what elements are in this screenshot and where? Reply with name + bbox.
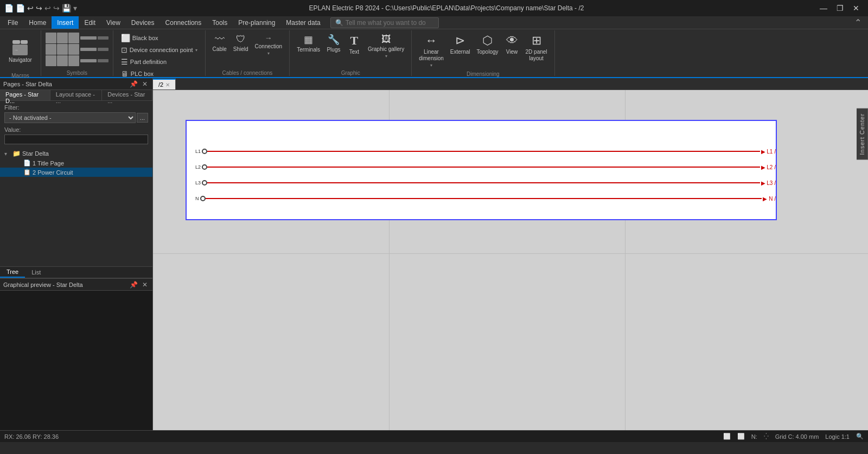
- topology-button[interactable]: ⬡ Topology: [474, 33, 501, 56]
- window-controls[interactable]: — ❐ ✕: [816, 2, 864, 14]
- search-icon: 🔍: [335, 19, 343, 27]
- ribbon-content: → Navigator Macros: [0, 29, 868, 77]
- doc-tab-2[interactable]: /2 ✕: [153, 79, 176, 89]
- preview-content: [0, 291, 152, 430]
- pages-panel-header: Pages - Star Delta 📌 ✕: [0, 78, 152, 90]
- menu-view[interactable]: View: [101, 16, 126, 29]
- navigator-button[interactable]: → Navigator: [4, 33, 36, 71]
- menu-devices[interactable]: Devices: [126, 16, 160, 29]
- status-right: ⬜ ⬜ N: ⁛ Grid C: 4.00 mm Logic 1:1 🔍: [723, 433, 864, 440]
- ribbon: → Navigator Macros: [0, 29, 868, 78]
- value-label: Value:: [4, 126, 148, 133]
- menu-connections[interactable]: Connections: [160, 16, 207, 29]
- menu-preplanning[interactable]: Pre-planning: [233, 16, 280, 29]
- bottom-tab-tree[interactable]: Tree: [0, 267, 25, 278]
- connection-dropdown[interactable]: ▾: [267, 51, 270, 56]
- graphic-gallery-label: Graphic gallery: [368, 46, 404, 53]
- graphic-buttons: ▦ Terminals 🔧 Plugs T Text 🖼 Graphic gal…: [294, 30, 407, 69]
- menu-home[interactable]: Home: [23, 16, 52, 29]
- pages-panel-title: Pages - Star Delta: [3, 81, 52, 87]
- value-input[interactable]: [4, 135, 148, 144]
- part-definition-button[interactable]: ☰ Part definition: [118, 56, 170, 67]
- tree-area: ▾ 📁 Star Delta 📄 1 Title Page 📋 2 Power …: [0, 146, 152, 266]
- menu-tools[interactable]: Tools: [207, 16, 233, 29]
- topology-label: Topology: [477, 49, 499, 55]
- n-end-label: ▶ N /: [763, 196, 776, 202]
- ribbon-collapse-button[interactable]: ⌃: [850, 17, 866, 28]
- status-logic: Logic 1:1: [825, 433, 850, 440]
- doc-tab-label: /2: [158, 81, 163, 88]
- terminals-button[interactable]: ▦ Terminals: [294, 33, 323, 54]
- shield-label: Shield: [233, 46, 248, 53]
- connection-button[interactable]: → Connection ▾: [252, 33, 285, 57]
- ribbon-group-label-dimensioning: Dimensioning: [416, 70, 550, 77]
- black-box-icon: ⬜: [121, 34, 130, 42]
- menu-file[interactable]: File: [2, 16, 23, 29]
- l1-line: [207, 151, 760, 152]
- status-n: N:: [751, 433, 757, 440]
- insert-center-button[interactable]: Insert Center: [857, 108, 868, 160]
- graphic-gallery-button[interactable]: 🖼 Graphic gallery ▾: [365, 33, 407, 60]
- n-row: N ▶ N /: [195, 196, 776, 202]
- panel-header-buttons: 📌 ✕: [128, 80, 149, 88]
- graphic-gallery-dropdown[interactable]: ▾: [385, 54, 387, 59]
- 2d-panel-layout-button[interactable]: ⊞ 2D panellayout: [523, 33, 550, 63]
- text-button[interactable]: T Text: [344, 33, 364, 56]
- cable-button[interactable]: 〰 Cable: [210, 33, 229, 54]
- tree-item-power-circuit[interactable]: 📋 2 Power Circuit: [0, 168, 152, 177]
- tree-item-star-delta[interactable]: ▾ 📁 Star Delta: [0, 149, 152, 158]
- topology-icon: ⬡: [482, 34, 493, 48]
- plc-box-button[interactable]: 🖥 PLC box: [118, 68, 157, 79]
- ribbon-group-dimensioning: ↔ Lineardimension ▾ ⊳ External ⬡ Topolog…: [412, 30, 554, 76]
- tree-item-title-page[interactable]: 📄 1 Title Page: [0, 158, 152, 168]
- connection-label: Connection: [255, 43, 283, 50]
- part-def-label: Part definition: [130, 59, 167, 65]
- text-icon: T: [350, 34, 359, 48]
- l2-start-label: L2: [195, 164, 201, 170]
- plugs-icon: 🔧: [328, 34, 340, 46]
- device-conn-icon: ⊡: [121, 46, 127, 54]
- subtab-devices-star[interactable]: Devices - Star ...: [102, 90, 152, 100]
- search-input[interactable]: [346, 19, 434, 27]
- filter-select[interactable]: - Not activated -: [4, 112, 136, 123]
- bottom-tab-list[interactable]: List: [25, 267, 47, 278]
- device-connection-point-button[interactable]: ⊡ Device connection point ▾: [118, 44, 201, 55]
- view-button[interactable]: 👁 View: [502, 33, 522, 56]
- restore-button[interactable]: ❐: [832, 2, 847, 14]
- search-box[interactable]: 🔍: [330, 17, 439, 28]
- status-grid-label: Grid C: 4.00 mm: [775, 433, 819, 440]
- subtab-layout-space[interactable]: Layout space - ...: [50, 90, 102, 100]
- preview-pin-button[interactable]: 📌: [128, 281, 139, 289]
- right-area: /2 ✕ L1 ▶ L1 / L2: [153, 78, 868, 430]
- n-start-label: N: [195, 196, 199, 201]
- close-button[interactable]: ✕: [848, 2, 864, 14]
- value-section: Value:: [0, 125, 152, 146]
- linear-dim-dropdown[interactable]: ▾: [430, 63, 432, 68]
- filter-options-button[interactable]: ...: [137, 113, 148, 123]
- subtab-pages-star-delta[interactable]: Pages - Star D...: [0, 90, 50, 100]
- doc-tab-close[interactable]: ✕: [165, 82, 170, 88]
- menu-insert[interactable]: Insert: [52, 16, 79, 29]
- preview-close-button[interactable]: ✕: [141, 281, 149, 289]
- linear-dim-icon: ↔: [425, 34, 437, 48]
- external-button[interactable]: ⊳ External: [448, 33, 473, 56]
- canvas-area[interactable]: L1 ▶ L1 / L2 ▶ L2 / L3 ▶ L3 /: [153, 90, 868, 430]
- shield-button[interactable]: 🛡 Shield: [231, 33, 251, 54]
- black-box-button[interactable]: ⬜ Black box: [118, 33, 162, 43]
- minimize-button[interactable]: —: [816, 2, 831, 14]
- n-line: [206, 198, 762, 199]
- tree-label-power-circuit: 2 Power Circuit: [33, 169, 73, 176]
- folder-icon: 📁: [12, 150, 21, 157]
- status-grid: Grid C: 4.00 mm: [775, 433, 819, 440]
- device-conn-dropdown[interactable]: ▾: [195, 48, 197, 53]
- panel-pin-button[interactable]: 📌: [128, 80, 139, 88]
- menu-edit[interactable]: Edit: [79, 16, 101, 29]
- plc-box-label: PLC box: [131, 71, 154, 77]
- view-label: View: [506, 49, 518, 55]
- plugs-button[interactable]: 🔧 Plugs: [324, 33, 343, 54]
- panel-close-button[interactable]: ✕: [141, 80, 149, 88]
- linear-dimension-button[interactable]: ↔ Lineardimension ▾: [416, 33, 446, 69]
- menu-masterdata[interactable]: Master data: [280, 16, 326, 29]
- l1-row: L1 ▶ L1 /: [195, 149, 776, 155]
- status-zoom[interactable]: 🔍: [856, 433, 864, 440]
